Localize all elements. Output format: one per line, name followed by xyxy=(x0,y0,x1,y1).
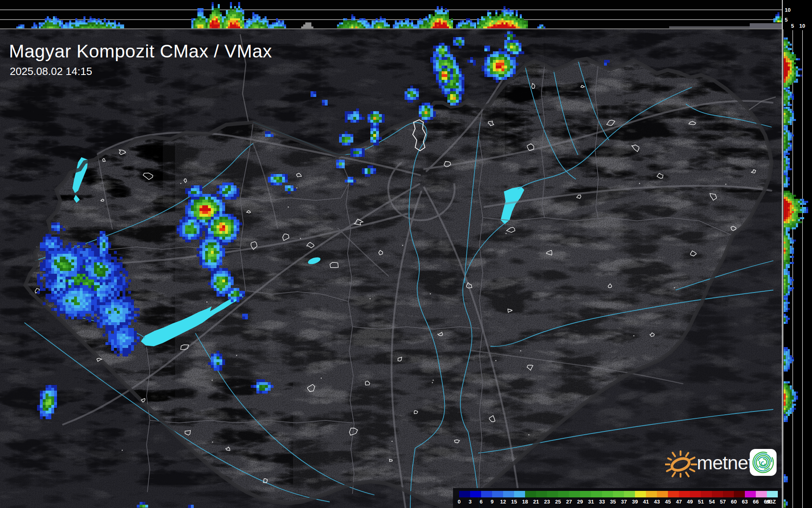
radar-cell xyxy=(80,271,83,274)
radar-cell xyxy=(123,302,125,305)
radar-cell xyxy=(784,126,786,128)
radar-cell xyxy=(208,194,211,197)
radar-cell xyxy=(786,88,788,90)
radar-cell xyxy=(794,408,796,410)
radar-cell xyxy=(784,209,786,211)
radar-cell xyxy=(470,60,473,63)
radar-cell xyxy=(222,268,225,271)
radar-cell xyxy=(790,68,792,70)
radar-cell xyxy=(205,254,208,257)
radar-cell xyxy=(790,215,792,217)
radar-cell xyxy=(380,24,382,26)
radar-cell xyxy=(798,217,800,219)
radar-cell xyxy=(510,31,513,34)
radar-cell xyxy=(490,63,493,66)
radar-cell xyxy=(350,148,353,151)
radar-cell xyxy=(786,504,788,506)
radar-cell xyxy=(51,402,54,405)
radar-cell xyxy=(51,285,54,288)
radar-cell xyxy=(46,297,48,299)
radar-cell xyxy=(210,20,212,22)
radar-cell xyxy=(66,277,68,279)
radar-cell xyxy=(342,160,345,163)
radar-cell xyxy=(63,26,65,29)
radar-cell xyxy=(784,365,786,367)
radar-cell xyxy=(788,248,790,250)
radar-cell xyxy=(75,18,77,20)
radar-cell xyxy=(325,103,328,106)
radar-cell xyxy=(219,356,222,359)
radar-cell xyxy=(63,268,66,271)
radar-cell xyxy=(216,8,218,10)
radar-cell xyxy=(427,108,430,111)
radar-cell xyxy=(48,245,51,248)
radar-cell xyxy=(219,291,222,294)
radar-cell xyxy=(111,277,114,279)
radar-cell xyxy=(802,207,804,209)
radar-cell xyxy=(339,165,342,168)
scale-segment xyxy=(602,491,613,497)
radar-cell xyxy=(177,231,179,234)
radar-cell xyxy=(60,311,63,314)
radar-cell xyxy=(786,175,788,177)
radar-cell xyxy=(100,319,103,322)
radar-cell xyxy=(265,16,267,18)
radar-cell xyxy=(108,262,111,265)
radar-cell xyxy=(788,293,790,295)
radar-cell xyxy=(211,200,214,202)
radar-cell xyxy=(490,71,493,74)
radar-cell xyxy=(784,58,786,60)
radar-cell xyxy=(784,79,786,81)
radar-cell xyxy=(217,217,219,220)
radar-cell xyxy=(194,234,197,237)
radar-cell xyxy=(91,294,94,297)
radar-cell xyxy=(365,171,368,174)
radar-cell xyxy=(103,248,105,251)
radar-cell xyxy=(790,94,792,96)
scale-tick-label: 18 xyxy=(521,499,530,505)
radar-cell xyxy=(117,271,120,274)
radar-cell xyxy=(83,288,85,291)
radar-cell xyxy=(792,262,794,264)
radar-cell xyxy=(211,285,214,288)
radar-cell xyxy=(459,77,462,80)
radar-cell xyxy=(516,12,518,14)
radar-cell xyxy=(202,205,205,208)
radar-cell xyxy=(276,24,278,26)
top-profile-svg xyxy=(0,0,782,29)
radar-cell xyxy=(260,20,263,22)
radar-cell xyxy=(792,54,794,56)
radar-cell xyxy=(222,274,225,277)
radar-cell xyxy=(499,18,501,20)
radar-cell xyxy=(108,328,111,331)
radar-cell xyxy=(204,20,206,22)
radar-cell xyxy=(74,245,77,248)
radar-cell xyxy=(97,242,100,245)
radar-cell xyxy=(788,52,790,54)
radar-cell xyxy=(288,188,291,191)
radar-cell xyxy=(784,402,786,404)
radar-cell xyxy=(786,248,788,250)
radar-cell xyxy=(47,24,49,26)
radar-cell xyxy=(784,223,786,225)
radar-cell xyxy=(222,222,225,225)
radar-cell xyxy=(208,259,211,262)
radar-cell xyxy=(788,398,790,400)
radar-cell xyxy=(90,16,92,18)
radar-cell xyxy=(111,257,114,259)
radar-cell xyxy=(214,282,217,285)
radar-cell xyxy=(786,240,788,242)
radar-cell xyxy=(788,351,790,353)
radar-cell xyxy=(45,24,47,26)
radar-cell xyxy=(351,20,353,22)
radar-cell xyxy=(114,268,117,271)
radar-cell xyxy=(784,154,786,156)
radar-cell xyxy=(487,71,490,74)
radar-cell xyxy=(214,231,217,234)
radar-cell xyxy=(57,277,60,279)
radar-cell xyxy=(285,188,288,191)
radar-cell xyxy=(225,268,228,271)
radar-cell xyxy=(496,54,499,57)
radar-cell xyxy=(265,382,268,385)
radar-cell xyxy=(489,16,491,18)
